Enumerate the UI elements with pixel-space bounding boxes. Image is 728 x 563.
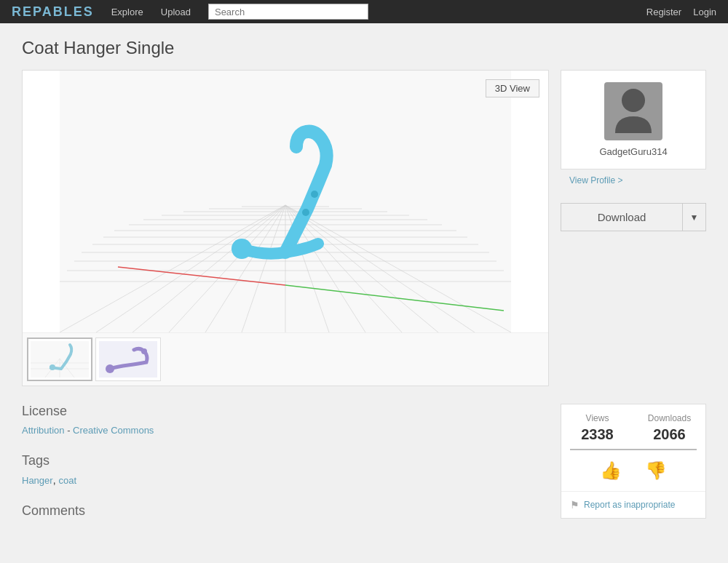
- stats-panel: Views 2338 Downloads 2066 👍 👎 ⚑: [561, 404, 706, 519]
- svg-point-32: [316, 134, 328, 145]
- views-value: 2338: [561, 426, 633, 443]
- report-row: ⚑ Report as inappropriate: [561, 491, 705, 518]
- register-link[interactable]: Register: [646, 7, 681, 17]
- license-text: Attribution - Creative Commons: [22, 425, 549, 436]
- sidebar: GadgetGuru314 View Profile > Download ▼: [561, 70, 706, 231]
- svg-line-40: [50, 367, 61, 369]
- username: GadgetGuru314: [599, 146, 667, 157]
- tags-list: Hanger, coat: [22, 474, 549, 486]
- auth-links: Register Login: [646, 7, 716, 17]
- main-content: Coat Hanger Single 3D View: [0, 23, 728, 563]
- profile-card: GadgetGuru314: [561, 70, 706, 169]
- license-separator: -: [65, 425, 74, 436]
- download-section: Download ▼: [561, 203, 706, 231]
- flag-icon: ⚑: [570, 499, 579, 511]
- threed-view-button[interactable]: 3D View: [486, 79, 539, 97]
- nav-upload[interactable]: Upload: [161, 7, 191, 17]
- license-section: License Attribution - Creative Commons: [22, 404, 549, 436]
- license-heading: License: [22, 404, 549, 419]
- views-stat: Views 2338: [561, 413, 633, 443]
- thumbnail-1[interactable]: [27, 338, 92, 381]
- thumbnail-2[interactable]: [95, 338, 161, 381]
- downloads-stat: Downloads 2066: [633, 413, 705, 443]
- svg-point-30: [302, 209, 309, 216]
- tag-coat[interactable]: coat: [58, 475, 76, 486]
- bottom-layout: License Attribution - Creative Commons T…: [22, 404, 706, 524]
- viewer-canvas: [23, 71, 548, 332]
- nav-explore[interactable]: Explore: [111, 7, 143, 17]
- reactions-row: 👍 👎: [561, 450, 705, 491]
- avatar-icon: [612, 86, 655, 137]
- downloads-label: Downloads: [633, 413, 705, 423]
- dropdown-arrow-icon: ▼: [690, 212, 699, 223]
- thumbup-button[interactable]: 👍: [600, 460, 622, 481]
- tags-heading: Tags: [22, 453, 549, 468]
- comments-section: Comments: [22, 503, 549, 519]
- left-info: License Attribution - Creative Commons T…: [22, 404, 549, 524]
- view-profile-link[interactable]: View Profile >: [561, 169, 706, 191]
- logo[interactable]: REPABLES: [12, 4, 94, 20]
- thumbnails: [23, 332, 548, 386]
- page-title: Coat Hanger Single: [22, 38, 706, 58]
- svg-point-31: [311, 191, 318, 198]
- comments-heading: Comments: [22, 503, 549, 519]
- header: REPABLES Explore Upload Register Login: [0, 0, 728, 23]
- avatar: [604, 82, 662, 140]
- content-layout: 3D View: [22, 70, 706, 386]
- viewer-section: 3D View: [22, 70, 549, 386]
- thumbdown-button[interactable]: 👎: [645, 460, 667, 481]
- svg-point-44: [622, 89, 645, 112]
- svg-point-29: [232, 239, 252, 259]
- tags-section: Tags Hanger, coat: [22, 453, 549, 486]
- tag-hanger[interactable]: Hanger: [22, 475, 53, 486]
- license-name-link[interactable]: Creative Commons: [73, 425, 154, 436]
- download-button[interactable]: Download: [561, 204, 682, 231]
- viewer-main: 3D View: [23, 71, 548, 332]
- download-dropdown-button[interactable]: ▼: [682, 204, 705, 231]
- login-link[interactable]: Login: [693, 7, 716, 17]
- svg-point-43: [141, 348, 147, 354]
- svg-point-42: [106, 364, 114, 373]
- license-type-link[interactable]: Attribution: [22, 425, 65, 436]
- stats-row: Views 2338 Downloads 2066: [561, 404, 705, 449]
- thumbup-icon: 👍: [600, 460, 622, 480]
- thumbdown-icon: 👎: [645, 460, 667, 480]
- search-input[interactable]: [208, 4, 368, 20]
- downloads-value: 2066: [633, 426, 705, 443]
- report-link[interactable]: Report as inappropriate: [584, 500, 675, 510]
- views-label: Views: [561, 413, 633, 423]
